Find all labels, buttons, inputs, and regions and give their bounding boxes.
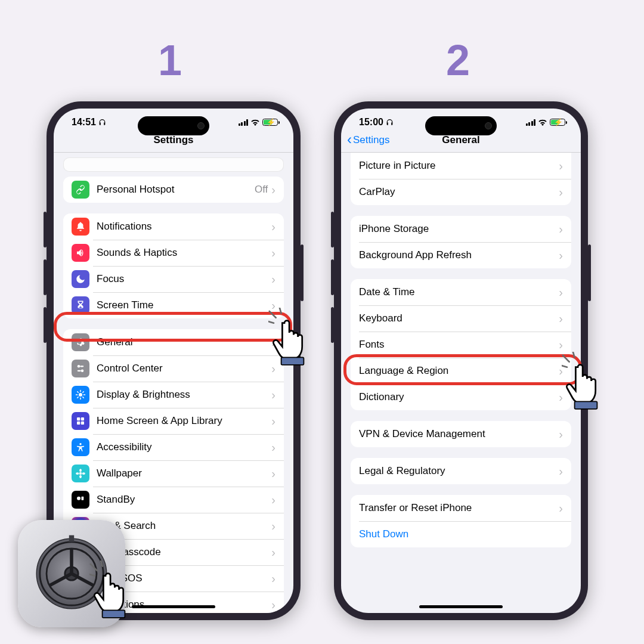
home-indicator[interactable] <box>132 605 215 608</box>
home-indicator[interactable] <box>419 605 503 608</box>
moon-icon <box>72 270 89 288</box>
group-storage: iPhone Storage › Background App Refresh … <box>351 216 571 268</box>
row-label: Display & Brightness <box>97 389 271 401</box>
phone-frame-2: 15:00 ⚡ ‹ Settings General Picture in Pi… <box>334 101 588 620</box>
chevron-right-icon: › <box>271 441 275 454</box>
flower-icon <box>72 465 89 482</box>
headphones-icon <box>98 119 106 126</box>
row-label: Date & Time <box>359 286 559 298</box>
chevron-right-icon: › <box>559 338 563 352</box>
group-legal: Legal & Regulatory › <box>351 458 571 484</box>
row-keyboard[interactable]: Keyboard › <box>351 305 571 332</box>
row-focus[interactable]: Focus › <box>63 266 284 292</box>
back-button[interactable]: ‹ Settings <box>347 132 389 148</box>
svg-rect-5 <box>77 417 80 420</box>
row-sounds-haptics[interactable]: Sounds & Haptics › <box>63 240 284 266</box>
chevron-right-icon: › <box>271 246 275 260</box>
headphones-icon <box>386 119 394 126</box>
row-label: Transfer or Reset iPhone <box>359 502 559 514</box>
row-vpn-device-management[interactable]: VPN & Device Management › <box>351 421 571 447</box>
chevron-right-icon: › <box>559 249 563 262</box>
wifi-icon <box>538 119 547 126</box>
general-content[interactable]: Picture in Picture › CarPlay › iPhone St… <box>341 153 581 547</box>
row-legal-regulatory[interactable]: Legal & Regulatory › <box>351 458 571 484</box>
chevron-right-icon: › <box>271 546 275 559</box>
cellular-icon <box>239 119 249 126</box>
row-screen-time[interactable]: Screen Time › <box>63 292 284 318</box>
row-fonts[interactable]: Fonts › <box>351 332 571 358</box>
page-title: General <box>442 134 479 146</box>
row-label: Language & Region <box>359 365 559 377</box>
chevron-right-icon: › <box>271 414 275 428</box>
group-language: Date & Time › Keyboard › Fonts › Languag… <box>351 279 571 410</box>
status-time: 15:00 <box>359 117 383 128</box>
chevron-right-icon: › <box>271 467 275 481</box>
battery-icon: ⚡ <box>262 119 278 126</box>
status-time: 14:51 <box>72 117 96 128</box>
svg-point-10 <box>79 472 82 475</box>
row-label: Dictionary <box>359 391 559 403</box>
row-label: Accessibility <box>97 441 271 453</box>
row-label: StandBy <box>97 494 271 506</box>
row-language-region[interactable]: Language & Region › <box>351 358 571 384</box>
row-label: Background App Refresh <box>359 249 559 261</box>
svg-rect-16 <box>82 497 84 500</box>
group-top: Picture in Picture › CarPlay › <box>351 153 571 205</box>
row-personal-hotspot[interactable]: Personal Hotspot Off › <box>63 177 284 203</box>
row-shut-down[interactable]: Shut Down <box>351 521 571 547</box>
row-standby[interactable]: StandBy › <box>63 487 284 513</box>
gear-icon <box>72 333 89 351</box>
row-transfer-reset[interactable]: Transfer or Reset iPhone › <box>351 495 571 521</box>
row-carplay[interactable]: CarPlay › <box>351 179 571 205</box>
row-label: Siri & Search <box>97 520 271 532</box>
row-general[interactable]: General › <box>63 329 284 355</box>
row-dictionary[interactable]: Dictionary › <box>351 384 571 410</box>
accessibility-icon <box>72 438 89 456</box>
row-notifications[interactable]: Notifications › <box>63 213 284 240</box>
gear-icon <box>30 532 113 615</box>
search-field-partial[interactable] <box>63 157 284 172</box>
row-label: VPN & Device Management <box>359 428 559 440</box>
chevron-right-icon: › <box>271 493 275 507</box>
row-label: Home Screen & App Library <box>97 415 271 427</box>
row-label: Legal & Regulatory <box>359 465 559 477</box>
chevron-right-icon: › <box>559 286 563 299</box>
row-label: Focus <box>97 273 271 285</box>
row-home-screen[interactable]: Home Screen & App Library › <box>63 408 284 434</box>
battery-icon: ⚡ <box>550 119 565 126</box>
settings-app-icon[interactable] <box>18 520 125 627</box>
chevron-right-icon: › <box>559 222 563 236</box>
svg-point-0 <box>78 365 80 368</box>
row-wallpaper[interactable]: Wallpaper › <box>63 460 284 487</box>
chevron-right-icon: › <box>271 388 275 402</box>
row-label: Keyboard <box>359 312 559 324</box>
row-label: Wallpaper <box>97 467 271 479</box>
svg-rect-3 <box>78 370 81 371</box>
row-accessibility[interactable]: Accessibility › <box>63 434 284 460</box>
row-background-refresh[interactable]: Background App Refresh › <box>351 242 571 268</box>
step-number-2: 2 <box>446 36 470 85</box>
row-display-brightness[interactable]: Display & Brightness › <box>63 382 284 408</box>
link-icon <box>72 181 89 199</box>
group-notifications: Notifications › Sounds & Haptics › Focus… <box>63 213 284 318</box>
chevron-right-icon: › <box>271 362 275 376</box>
chevron-right-icon: › <box>271 299 275 312</box>
row-label: Personal Hotspot <box>97 184 255 196</box>
chevron-right-icon: › <box>271 183 275 197</box>
chevron-right-icon: › <box>559 159 563 173</box>
row-iphone-storage[interactable]: iPhone Storage › <box>351 216 571 242</box>
chevron-right-icon: › <box>559 428 563 441</box>
svg-point-13 <box>76 472 79 475</box>
chevron-right-icon: › <box>271 220 275 234</box>
row-control-center[interactable]: Control Center › <box>63 355 284 382</box>
row-picture-in-picture[interactable]: Picture in Picture › <box>351 153 571 179</box>
row-label: CarPlay <box>359 186 559 198</box>
svg-rect-7 <box>77 422 80 425</box>
row-date-time[interactable]: Date & Time › <box>351 279 571 305</box>
row-value: Off <box>255 184 268 196</box>
chevron-right-icon: › <box>271 519 275 533</box>
wifi-icon <box>250 119 260 126</box>
chevron-right-icon: › <box>271 598 275 612</box>
row-label: Shut Down <box>359 528 563 540</box>
svg-point-11 <box>79 469 82 472</box>
